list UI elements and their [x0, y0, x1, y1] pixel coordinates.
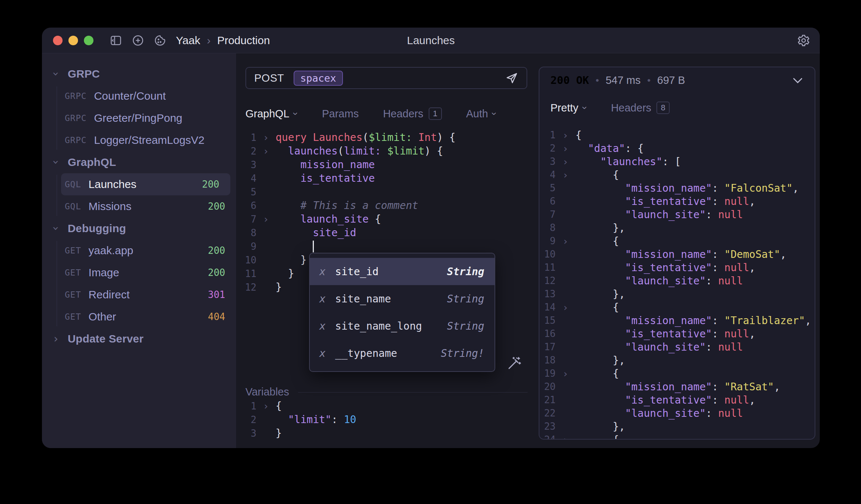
request-tab-params[interactable]: Params [322, 108, 359, 120]
request-label: yaak.app [89, 244, 134, 257]
sidebar-item-greeter-pingpong[interactable]: GRPCGreeter/PingPong [42, 107, 236, 129]
sidebar-item-logger-streamlogsv2[interactable]: GRPCLogger/StreamLogsV2 [42, 129, 236, 151]
sidebar-section-graphql[interactable]: ›GraphQL [42, 151, 236, 173]
code-text: { [575, 235, 619, 247]
section-label: GRPC [68, 68, 100, 80]
section-label: Update Server [68, 333, 144, 345]
request-tab-headers[interactable]: Headers1 [383, 107, 442, 120]
method-tag: GQL [65, 180, 81, 189]
code-text: { [276, 400, 282, 412]
titlebar: Yaak › Production Launches [42, 28, 820, 53]
new-request-icon[interactable] [132, 34, 144, 47]
sidebar-item-launches[interactable]: GQLLaunches200 [61, 173, 230, 195]
fold-chevron-icon[interactable]: › [256, 213, 276, 225]
url-bar[interactable]: POST spacex [245, 67, 527, 89]
line-number: 24 [539, 434, 556, 440]
line-number: 3 [243, 159, 256, 170]
autocomplete-item-site-id[interactable]: xsite_idString [310, 258, 495, 285]
line-number: 5 [243, 187, 256, 198]
code-line: 7› launch_site { [243, 212, 456, 226]
line-number: 8 [539, 222, 556, 233]
line-number: 9 [243, 241, 256, 252]
minimize-window-button[interactable] [68, 36, 78, 45]
toggle-sidebar-icon[interactable] [110, 34, 122, 47]
code-text [276, 240, 314, 252]
status-badge: 301 [208, 289, 225, 300]
code-text: }, [575, 288, 625, 300]
sidebar-section-grpc[interactable]: ›GRPC [42, 63, 236, 85]
code-line: 11 "is_tentative": null, [539, 261, 815, 274]
fold-chevron-icon[interactable]: › [256, 132, 276, 143]
sidebar-item-counter-count[interactable]: GRPCCounter/Count [42, 85, 236, 107]
sidebar-item-missions[interactable]: GQLMissions200 [42, 195, 236, 217]
request-label: Image [89, 266, 119, 279]
line-number: 7 [539, 209, 556, 220]
status-badge: 200 [202, 179, 219, 190]
text-cursor [313, 241, 314, 252]
fold-chevron-icon[interactable]: › [556, 434, 575, 440]
code-line: 17 "launch_site": null [539, 340, 815, 354]
send-request-icon[interactable] [505, 71, 518, 85]
line-number: 16 [539, 328, 556, 339]
workspace-name[interactable]: Yaak [176, 34, 200, 47]
line-number: 10 [243, 255, 256, 266]
status-badge: 200 [208, 245, 225, 256]
variables-editor[interactable]: 1›{2 "limit": 103} [243, 399, 356, 440]
sidebar-item-other[interactable]: GETOther404 [42, 306, 236, 328]
autocomplete-type: String! [441, 347, 484, 359]
response-tab-pretty[interactable]: Pretty› [550, 102, 587, 114]
maximize-window-button[interactable] [84, 36, 93, 45]
response-status: 200 OK [550, 74, 589, 86]
autocomplete-item-site-name[interactable]: xsite_nameString [310, 285, 495, 312]
environment-name[interactable]: Production [217, 34, 270, 47]
sidebar-item-image[interactable]: GETImage200 [42, 262, 236, 284]
fold-chevron-icon[interactable]: › [556, 129, 575, 141]
code-line: 3 mission_name [243, 158, 456, 171]
variables-divider [298, 392, 528, 393]
fold-chevron-icon[interactable]: › [556, 156, 575, 167]
chevron-down-icon: › [50, 70, 61, 78]
method-tag: GRPC [65, 91, 86, 101]
fold-chevron-icon[interactable]: › [556, 235, 575, 247]
fold-chevron-icon[interactable]: › [556, 368, 575, 379]
sidebar-item-yaak-app[interactable]: GETyaak.app200 [42, 239, 236, 262]
request-tab-graphql[interactable]: GraphQL› [245, 108, 298, 120]
autocomplete-item-typename[interactable]: x__typenameString! [310, 340, 495, 367]
fold-chevron-icon[interactable]: › [556, 169, 575, 181]
method-tag: GET [65, 268, 81, 277]
settings-gear-icon[interactable] [797, 28, 810, 53]
code-text: "is_tentative": null, [575, 262, 755, 274]
fold-chevron-icon[interactable]: › [256, 400, 276, 412]
collapse-response-chevron-icon[interactable] [792, 77, 804, 86]
format-wand-icon[interactable] [505, 356, 522, 374]
code-line: 1›{ [243, 399, 356, 413]
line-number: 2 [243, 146, 256, 157]
tab-count-badge: 1 [429, 107, 442, 120]
code-text: "limit": 10 [276, 414, 356, 426]
line-number: 5 [539, 182, 556, 194]
code-line: 18 }, [539, 354, 815, 367]
field-kind-icon: x [319, 347, 326, 359]
code-text: "data": { [575, 142, 644, 155]
status-badge: 200 [208, 201, 225, 212]
cookie-icon[interactable] [154, 34, 166, 47]
fold-chevron-icon[interactable]: › [556, 143, 575, 154]
request-tab-auth[interactable]: Auth› [466, 108, 496, 120]
code-line: 3› "launches": [ [539, 155, 815, 168]
fold-chevron-icon[interactable]: › [256, 145, 276, 157]
autocomplete-item-site-name-long[interactable]: xsite_name_longString [310, 312, 495, 340]
code-line: 14› { [539, 301, 815, 314]
sidebar-section-debugging[interactable]: ›Debugging [42, 217, 236, 239]
close-window-button[interactable] [53, 36, 63, 45]
fold-chevron-icon[interactable]: › [556, 302, 575, 313]
sidebar-section-update-server[interactable]: ›Update Server [42, 328, 236, 350]
code-line: 5 "mission_name": "FalconSat", [539, 181, 815, 195]
base-url-badge[interactable]: spacex [294, 71, 343, 86]
code-text: site_id [276, 227, 356, 239]
code-line: 4 is_tentative [243, 171, 456, 185]
response-body[interactable]: 1›{2› "data": {3› "launches": [4› {5 "mi… [539, 128, 815, 440]
sidebar-item-redirect[interactable]: GETRedirect301 [42, 284, 236, 306]
response-tab-headers[interactable]: Headers8 [611, 102, 670, 114]
request-tabs: GraphQL›ParamsHeaders1Auth› [245, 106, 496, 122]
code-text: }, [575, 222, 625, 234]
